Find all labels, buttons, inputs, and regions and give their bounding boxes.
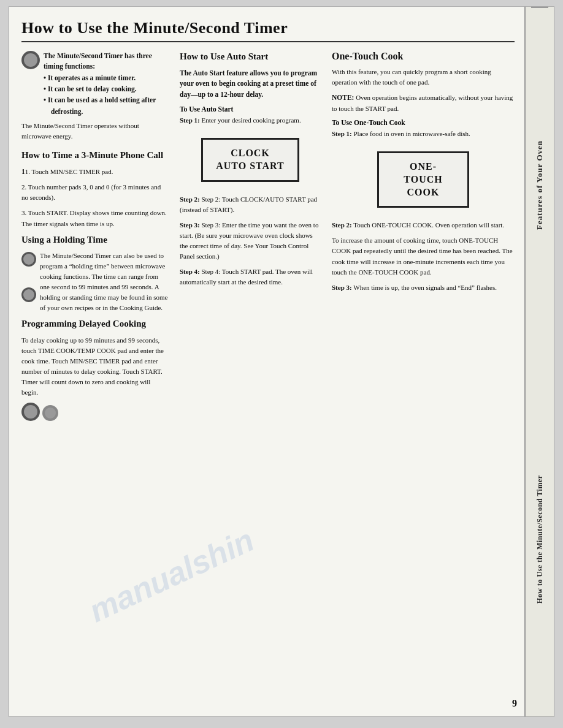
holding-icons	[21, 252, 36, 302]
sidebar-timer-label: How to Use the Minute/Second Timer	[532, 362, 548, 716]
auto-step3-text: Step 3: Enter the time you want the oven…	[180, 221, 318, 260]
three-col-layout: The Minute/Second Timer has three timing…	[21, 51, 515, 704]
timer-icon	[21, 51, 40, 69]
intro-text-block: The Minute/Second Timer has three timing…	[44, 51, 169, 117]
increase-text: To increase the amount of cooking time, …	[332, 235, 515, 277]
one-touch-step2-text: Touch ONE-TOUCH COOK. Oven operation wil…	[353, 221, 504, 229]
one-touch-step2: Step 2: Touch ONE-TOUCH COOK. Oven opera…	[332, 220, 515, 230]
phone-step2: 2. Touch number pads 3, 0 and 0 (for 3 m…	[21, 182, 169, 203]
auto-step3-label: Step 3:	[180, 221, 200, 229]
bullet-item-1: It operates as a minute timer.	[44, 72, 169, 83]
one-touch-cook-button[interactable]: ONE-TOUCH COOK	[377, 151, 469, 208]
clock-auto-start-button[interactable]: CLOCK AUTO START	[201, 138, 299, 182]
holding-text: The Minute/Second Timer can also be used…	[40, 251, 169, 313]
delayed-text: To delay cooking up to 99 minutes and 99…	[21, 335, 169, 398]
bottom-icon-1	[21, 403, 40, 421]
page-title: How to Use the Minute/Second Timer	[21, 19, 515, 42]
one-touch-heading: One-Touch Cook	[332, 51, 515, 62]
cook-label: COOK	[391, 186, 455, 199]
right-column: One-Touch Cook With this feature, you ca…	[332, 51, 515, 704]
one-touch-intro: With this feature, you can quickly progr…	[332, 67, 515, 88]
holding-icon-2-inner	[23, 289, 34, 300]
page-number: 9	[512, 698, 517, 709]
auto-step2-label: Step 2:	[180, 195, 200, 203]
auto-step4-label: Step 4:	[180, 268, 200, 275]
holding-icon-1-inner	[23, 254, 34, 265]
sidebar-features-label: Features of Your Oven	[531, 7, 548, 362]
bottom-icons	[21, 403, 169, 421]
one-touch-step1-text: Place food in oven in microwave-safe dis…	[353, 130, 470, 137]
auto-step1-label: Step 1:	[180, 116, 200, 124]
auto-start-intro-bold: The Auto Start feature allows you to pro…	[180, 69, 317, 99]
section3-heading: Programming Delayed Cooking	[21, 318, 169, 330]
bullet-item-3: It can be used as a hold setting after d…	[44, 94, 169, 117]
button-box-container: CLOCK AUTO START	[180, 132, 321, 188]
bullet-list: It operates as a minute timer. It can be…	[44, 72, 169, 118]
auto-start-intro: The Auto Start feature allows you to pro…	[180, 68, 321, 100]
one-touch-step1-label: Step 1:	[332, 130, 352, 137]
auto-step4-text: Step 4: Touch START pad. The oven will a…	[180, 268, 313, 286]
timer-icon-inner	[24, 53, 37, 67]
one-touch-label: ONE-TOUCH	[391, 161, 455, 186]
bullet-item-2: It can be set to delay cooking.	[44, 83, 169, 94]
auto-start-heading: How to Use Auto Start	[180, 51, 321, 63]
phone-step1-text: 1. Touch MIN/SEC TIMER pad.	[25, 168, 113, 175]
one-touch-step3-text: When time is up, the oven signals and “E…	[353, 284, 497, 291]
section1-heading: How to Time a 3-Minute Phone Call	[21, 150, 169, 162]
one-touch-step2-label: Step 2:	[332, 221, 352, 229]
holding-icon-1	[21, 252, 36, 267]
clock-label: CLOCK	[215, 147, 285, 160]
to-use-one-touch-label: To Use One-Touch Cook	[332, 119, 515, 126]
auto-step1-text: Enter your desired cooking program.	[201, 116, 301, 124]
auto-step1: Step 1: Enter your desired cooking progr…	[180, 115, 321, 126]
right-sidebar: Features of Your Oven How to Use the Min…	[524, 7, 554, 716]
phone-step1: 11. Touch MIN/SEC TIMER pad.	[21, 167, 169, 178]
intro-note: The Minute/Second Timer operates without…	[21, 121, 169, 141]
one-touch-note: NOTE: Oven operation begins automaticall…	[332, 93, 515, 114]
intro-icon-row: The Minute/Second Timer has three timing…	[21, 51, 169, 117]
one-touch-button-container: ONE-TOUCH COOK	[332, 145, 515, 214]
bottom-icon-2	[42, 405, 58, 421]
auto-step4: Step 4: Step 4: Touch START pad. The ove…	[180, 267, 321, 287]
bottom-icon-1-inner	[24, 405, 37, 419]
one-touch-step1: Step 1: Place food in oven in microwave-…	[332, 129, 515, 139]
one-touch-step3-label: Step 3:	[332, 284, 352, 291]
auto-step2-text: Step 2: Touch CLOCK/AUTO START pad (inst…	[180, 195, 317, 213]
note-text: Oven operation begins automatically, wit…	[332, 94, 513, 112]
left-column: The Minute/Second Timer has three timing…	[21, 51, 169, 704]
one-touch-step3: Step 3: When time is up, the oven signal…	[332, 282, 515, 293]
note-label: NOTE:	[332, 94, 354, 101]
holding-icon-2	[21, 287, 36, 302]
phone-step3: 3. Touch START. Display shows time count…	[21, 208, 169, 229]
middle-column: How to Use Auto Start The Auto Start fea…	[180, 51, 321, 704]
auto-start-label: AUTO START	[215, 160, 285, 173]
main-content: How to Use the Minute/Second Timer The M…	[9, 7, 524, 716]
bottom-icon-2-inner	[45, 408, 56, 419]
auto-step3: Step 3: Step 3: Enter the time you want …	[180, 220, 321, 262]
holding-section: The Minute/Second Timer can also be used…	[21, 251, 169, 318]
section2-heading: Using a Holding Time	[21, 234, 169, 246]
to-use-auto-start-label: To Use Auto Start	[180, 105, 321, 113]
intro-heading: The Minute/Second Timer has three timing…	[44, 52, 152, 70]
auto-step2: Step 2: Step 2: Touch CLOCK/AUTO START p…	[180, 194, 321, 215]
page-wrapper: How to Use the Minute/Second Timer The M…	[9, 6, 554, 717]
